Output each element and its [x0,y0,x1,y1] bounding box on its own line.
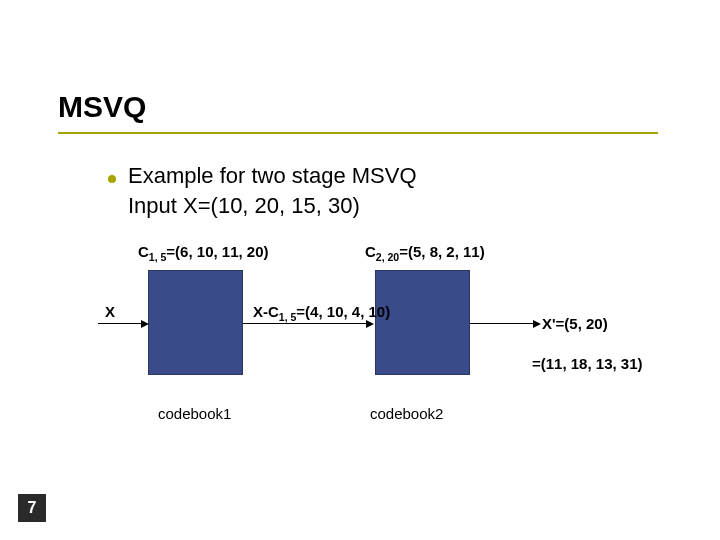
stage2-codeword-label: C2, 20=(5, 8, 2, 11) [365,243,485,263]
codebook1-caption: codebook1 [158,405,231,422]
arrow-3 [470,323,535,324]
bullet-text-1: Example for two stage MSVQ [128,163,417,189]
arrow-2 [243,323,368,324]
arrow-1 [98,323,143,324]
reconstruction-sum-label: =(11, 18, 13, 31) [532,355,643,372]
codebook2-caption: codebook2 [370,405,443,422]
arrow-1-head [141,320,149,328]
input-x-label: X [105,303,115,320]
slide-title: MSVQ [58,90,146,124]
page-number: 7 [18,494,46,522]
arrow-3-head [533,320,541,328]
codebook1-box [148,270,243,375]
title-underline [58,132,658,134]
output-xprime-label: X'=(5, 20) [542,315,608,332]
bullet-icon [108,175,116,183]
arrow-2-head [366,320,374,328]
stage1-codeword-label: C1, 5=(6, 10, 11, 20) [138,243,269,263]
bullet-text-2: Input X=(10, 20, 15, 30) [128,193,360,219]
